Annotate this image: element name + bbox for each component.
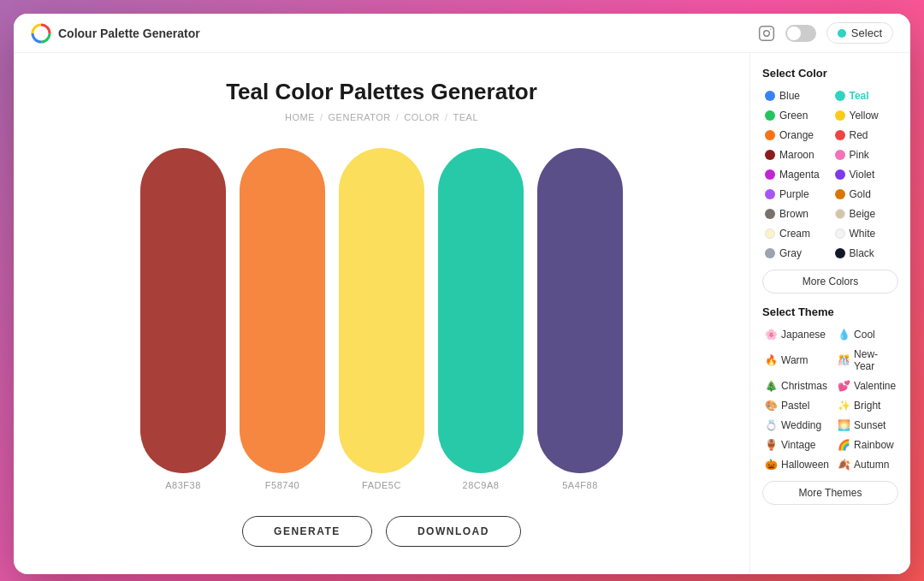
color-label: Red [850, 129, 868, 141]
theme-item[interactable]: ✨Bright [835, 398, 898, 413]
palette-swatches: A83F38F58740FADE5C28C9A85A4F88 [140, 148, 623, 490]
color-item[interactable]: Gold [832, 187, 899, 202]
swatch-col[interactable]: FADE5C [339, 148, 424, 490]
theme-item[interactable]: 🎃Halloween [762, 457, 832, 472]
color-item[interactable]: Orange [762, 127, 829, 143]
color-item[interactable]: Blue [762, 88, 829, 104]
generate-button[interactable]: GENERATE [242, 516, 372, 547]
color-item[interactable]: Violet [832, 167, 899, 182]
color-item[interactable]: Green [762, 108, 829, 123]
theme-icon: 🌅 [838, 419, 850, 431]
color-label: Black [850, 247, 874, 259]
color-dot [835, 110, 845, 121]
color-swatch[interactable] [339, 148, 424, 473]
dark-mode-toggle[interactable] [785, 25, 816, 42]
swatch-code: FADE5C [362, 480, 401, 490]
color-item[interactable]: Red [832, 127, 899, 143]
color-swatch[interactable] [240, 148, 325, 473]
action-buttons: GENERATE DOWNLOAD [242, 516, 521, 547]
instagram-icon[interactable] [758, 25, 775, 42]
color-label: Brown [779, 208, 808, 220]
color-item[interactable]: Brown [762, 206, 829, 222]
color-label: Blue [779, 90, 800, 102]
color-item[interactable]: Yellow [832, 108, 899, 123]
breadcrumb-sep-2: / [396, 112, 400, 122]
toggle-knob [787, 27, 801, 40]
color-item[interactable]: Purple [762, 187, 829, 202]
color-item[interactable]: Maroon [762, 147, 829, 163]
swatch-code: 28C9A8 [463, 480, 500, 490]
breadcrumb-color[interactable]: COLOR [404, 112, 440, 122]
color-dot [835, 228, 845, 239]
theme-icon: 🎄 [765, 380, 778, 392]
color-swatch[interactable] [438, 148, 524, 473]
theme-icon: 💕 [838, 380, 850, 392]
theme-item[interactable]: 🔥Warm [762, 347, 832, 374]
logo-text: Colour Palette Generator [58, 27, 200, 40]
more-colors-button[interactable]: More Colors [762, 270, 898, 293]
header: Colour Palette Generator Select [14, 14, 910, 53]
theme-item[interactable]: 💧Cool [835, 327, 898, 342]
swatch-col[interactable]: 28C9A8 [438, 148, 524, 490]
color-dot [765, 209, 775, 219]
theme-label: Valentine [854, 380, 896, 392]
theme-label: Bright [854, 400, 880, 412]
color-label: Teal [850, 90, 869, 102]
svg-rect-1 [760, 26, 774, 40]
color-label: Gray [779, 247, 802, 259]
swatch-col[interactable]: 5A4F88 [537, 148, 623, 490]
color-swatch[interactable] [537, 148, 623, 473]
theme-item[interactable]: 🍂Autumn [835, 457, 898, 472]
theme-label: Cool [854, 329, 875, 341]
theme-item[interactable]: 🌈Rainbow [835, 437, 898, 453]
color-dot [835, 209, 845, 219]
theme-icon: 🍂 [838, 459, 850, 471]
color-item[interactable]: White [832, 226, 899, 241]
color-item[interactable]: Beige [832, 206, 899, 222]
select-theme-title: Select Theme [762, 305, 898, 318]
swatch-col[interactable]: F58740 [240, 148, 325, 490]
color-dot [835, 130, 845, 140]
color-swatch[interactable] [140, 148, 226, 473]
theme-item[interactable]: 🌸Japanese [762, 327, 832, 342]
theme-icon: 🌈 [838, 439, 850, 451]
theme-item[interactable]: 🎄Christmas [762, 378, 832, 394]
theme-icon: 🌸 [765, 329, 778, 341]
color-item[interactable]: Pink [832, 147, 899, 163]
theme-item[interactable]: 🌅Sunset [835, 418, 898, 433]
color-item[interactable]: Cream [762, 226, 829, 241]
theme-item[interactable]: 🏺Vintage [762, 437, 832, 453]
app-window: Colour Palette Generator Select Teal Col… [14, 14, 910, 574]
color-label: Yellow [850, 110, 879, 122]
theme-label: Wedding [781, 419, 821, 431]
color-item[interactable]: Magenta [762, 167, 829, 182]
color-item[interactable]: Black [832, 246, 899, 261]
theme-item[interactable]: 💍Wedding [762, 418, 832, 433]
color-grid: BlueTealGreenYellowOrangeRedMaroonPinkMa… [762, 88, 898, 261]
logo-icon [31, 23, 51, 44]
swatch-col[interactable]: A83F38 [140, 148, 226, 490]
color-label: Cream [779, 228, 810, 240]
color-item[interactable]: Gray [762, 246, 829, 261]
color-item[interactable]: Teal [832, 88, 899, 104]
color-dot [765, 91, 775, 101]
breadcrumb-home[interactable]: HOME [285, 112, 315, 122]
theme-item[interactable]: 🎊New-Year [835, 347, 898, 374]
svg-point-2 [764, 30, 770, 36]
main-content: Teal Color Palettes Generator HOME / GEN… [14, 53, 910, 574]
theme-grid: 🌸Japanese💧Cool🔥Warm🎊New-Year🎄Christmas💕V… [762, 327, 898, 472]
color-dot [765, 248, 775, 258]
select-button[interactable]: Select [826, 22, 893, 44]
color-label: Orange [779, 129, 814, 141]
color-dot [835, 169, 845, 180]
theme-item[interactable]: 🎨Pastel [762, 398, 832, 413]
theme-label: Sunset [854, 419, 886, 431]
breadcrumb-generator[interactable]: GENERATOR [329, 112, 391, 122]
color-label: Beige [850, 208, 876, 220]
breadcrumb-teal[interactable]: TEAL [453, 112, 478, 122]
logo-area: Colour Palette Generator [31, 23, 200, 44]
download-button[interactable]: DOWNLOAD [386, 516, 521, 547]
theme-item[interactable]: 💕Valentine [835, 378, 898, 394]
theme-icon: 🎨 [765, 400, 778, 412]
more-themes-button[interactable]: More Themes [762, 481, 898, 505]
